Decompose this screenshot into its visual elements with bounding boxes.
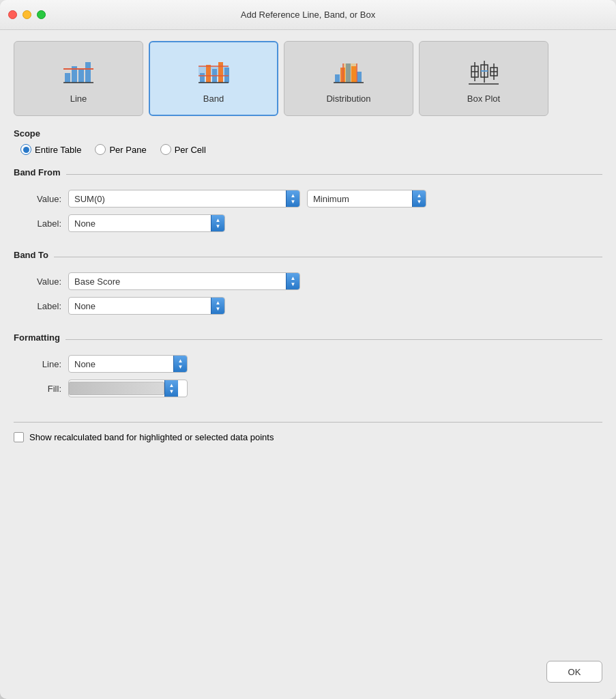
scope-label: Scope <box>14 128 602 139</box>
band-from-type-stepper[interactable]: ▲ ▼ <box>412 190 426 207</box>
formatting-line-dropdown[interactable]: None ▲ ▼ <box>68 355 188 373</box>
band-from-value-text: SUM(0) <box>69 194 286 204</box>
formatting-label: Formatting <box>14 332 60 343</box>
window-title: Add Reference Line, Band, or Box <box>241 10 375 20</box>
stepper-down-icon: ▼ <box>291 282 296 287</box>
formatting-fill-stepper[interactable]: ▲ ▼ <box>164 380 178 397</box>
close-button[interactable] <box>8 10 17 19</box>
svg-rect-10 <box>218 62 223 83</box>
checkbox-section: Show recalculated band for highlighted o… <box>14 422 602 442</box>
band-icon <box>196 54 231 89</box>
stepper-up-icon: ▲ <box>216 218 221 223</box>
band-to-value-stepper[interactable]: ▲ ▼ <box>286 273 299 289</box>
button-row: OK <box>14 650 602 688</box>
band-from-section: Band From Value: SUM(0) ▲ ▼ Minimum ▲ <box>14 167 602 239</box>
stepper-down-icon: ▼ <box>216 306 221 312</box>
radio-per-cell-label: Per Cell <box>175 145 206 155</box>
band-from-value-stepper[interactable]: ▲ ▼ <box>286 190 299 207</box>
radio-per-pane[interactable]: Per Pane <box>95 144 146 155</box>
ok-button[interactable]: OK <box>546 661 602 683</box>
tab-box-plot[interactable]: Box Plot <box>419 41 548 116</box>
formatting-line-label: Line: <box>27 359 61 369</box>
band-from-label: Band From <box>14 167 61 177</box>
titlebar: Add Reference Line, Band, or Box <box>0 0 616 30</box>
band-from-label-stepper[interactable]: ▲ ▼ <box>211 215 224 231</box>
band-from-value-row: Value: SUM(0) ▲ ▼ Minimum ▲ ▼ <box>14 190 602 208</box>
formatting-header: Formatting <box>14 332 602 347</box>
radio-per-cell-circle[interactable] <box>160 144 171 155</box>
band-to-label-text: None <box>69 301 211 311</box>
minimize-button[interactable] <box>23 10 31 19</box>
svg-rect-20 <box>343 63 357 83</box>
radio-entire-table[interactable]: Entire Table <box>20 144 81 155</box>
formatting-line-text: None <box>69 359 173 369</box>
band-from-label-row: Label: None ▲ ▼ <box>14 214 602 232</box>
band-from-value-type-dropdown[interactable]: Minimum ▲ ▼ <box>307 190 426 208</box>
band-to-label-row: Label: None ▲ ▼ <box>14 297 602 315</box>
band-from-header: Band From <box>14 167 602 182</box>
radio-per-cell[interactable]: Per Cell <box>160 144 206 155</box>
main-window: Add Reference Line, Band, or Box Line <box>0 0 616 699</box>
svg-rect-7 <box>200 73 205 83</box>
formatting-fill-label: Fill: <box>27 384 61 394</box>
tab-distribution[interactable]: Distribution <box>284 41 413 116</box>
scope-section: Scope Entire Table Per Pane Per Cell <box>14 128 602 155</box>
tab-distribution-label: Distribution <box>326 94 370 104</box>
tab-box-plot-label: Box Plot <box>467 94 500 104</box>
stepper-up-icon: ▲ <box>169 383 175 388</box>
band-to-header: Band To <box>14 250 602 264</box>
stepper-down-icon: ▼ <box>216 224 221 229</box>
formatting-fill-dropdown[interactable]: ▲ ▼ <box>68 380 188 397</box>
svg-rect-11 <box>224 68 229 83</box>
stepper-down-icon: ▼ <box>178 365 184 370</box>
stepper-up-icon: ▲ <box>291 276 296 281</box>
tab-band[interactable]: Band <box>149 41 278 116</box>
recalculate-checkbox[interactable] <box>14 432 24 442</box>
traffic-lights <box>8 10 46 19</box>
band-from-label-dropdown[interactable]: None ▲ ▼ <box>68 214 225 232</box>
svg-rect-3 <box>85 62 91 83</box>
formatting-line-stepper[interactable]: ▲ ▼ <box>173 356 187 372</box>
box-plot-icon <box>466 54 501 89</box>
formatting-line-row: Line: None ▲ ▼ <box>14 355 602 373</box>
radio-entire-table-label: Entire Table <box>35 145 81 155</box>
svg-rect-19 <box>357 72 362 83</box>
band-to-label-label: Label: <box>27 301 61 311</box>
band-to-label: Band To <box>14 250 48 260</box>
svg-rect-8 <box>206 65 211 83</box>
tab-row: Line Band <box>14 41 602 116</box>
radio-per-pane-circle[interactable] <box>95 144 106 155</box>
band-to-label-dropdown[interactable]: None ▲ ▼ <box>68 297 225 315</box>
radio-per-pane-label: Per Pane <box>109 145 146 155</box>
band-to-value-dropdown[interactable]: Base Score ▲ ▼ <box>68 272 300 290</box>
stepper-down-icon: ▼ <box>291 199 296 205</box>
stepper-up-icon: ▲ <box>291 193 296 199</box>
formatting-fill-row: Fill: ▲ ▼ <box>14 380 602 397</box>
band-to-value-label: Value: <box>27 276 61 287</box>
maximize-button[interactable] <box>37 10 46 19</box>
distribution-icon <box>331 54 366 89</box>
tab-line-label: Line <box>70 94 87 104</box>
tab-line[interactable]: Line <box>14 41 143 116</box>
formatting-section: Formatting Line: None ▲ ▼ Fill: <box>14 332 602 404</box>
line-icon <box>61 54 96 89</box>
stepper-up-icon: ▲ <box>178 358 184 364</box>
band-from-value-type-text: Minimum <box>308 194 412 204</box>
radio-entire-table-circle[interactable] <box>20 144 31 155</box>
band-from-value-label: Value: <box>27 194 61 204</box>
tab-band-label: Band <box>203 94 224 104</box>
band-to-value-row: Value: Base Score ▲ ▼ <box>14 272 602 290</box>
fill-color-preview <box>69 382 164 395</box>
band-to-section: Band To Value: Base Score ▲ ▼ Label: N <box>14 250 602 322</box>
svg-rect-0 <box>65 73 70 83</box>
stepper-up-icon: ▲ <box>216 300 221 306</box>
checkbox-label: Show recalculated band for highlighted o… <box>29 432 274 442</box>
svg-rect-15 <box>335 74 340 83</box>
svg-rect-2 <box>78 69 84 83</box>
band-from-value-dropdown[interactable]: SUM(0) ▲ ▼ <box>68 190 300 208</box>
band-from-label-label: Label: <box>27 218 61 229</box>
band-to-label-stepper[interactable]: ▲ ▼ <box>211 298 224 314</box>
stepper-down-icon: ▼ <box>417 199 422 205</box>
band-to-value-text: Base Score <box>69 276 286 287</box>
main-content: Line Band <box>0 30 616 699</box>
